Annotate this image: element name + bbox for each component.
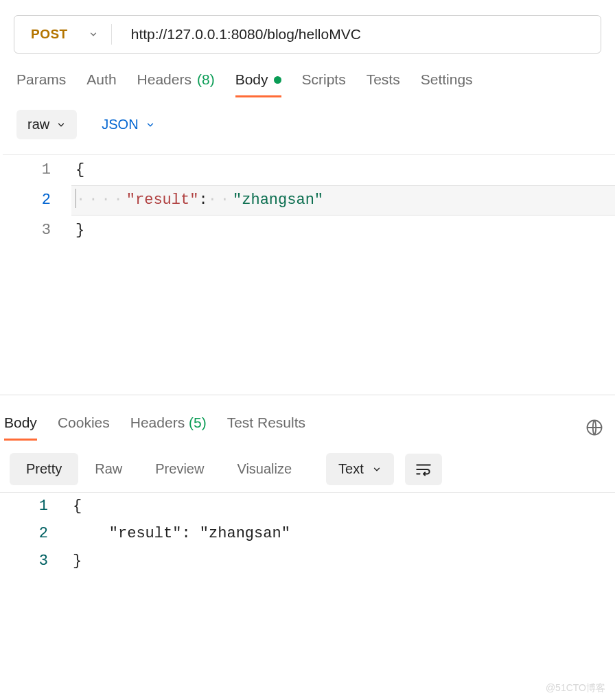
chevron-down-icon xyxy=(146,120,155,130)
request-body-editor[interactable]: 1 { 2 ····"result":··"zhangsan" 3 } xyxy=(3,154,615,395)
line-number: 3 xyxy=(3,215,71,246)
globe-icon[interactable] xyxy=(585,418,604,437)
body-type-select[interactable]: raw xyxy=(16,110,77,139)
code-content: ····"result":··"zhangsan" xyxy=(71,185,615,215)
resp-tab-body[interactable]: Body xyxy=(4,415,37,441)
resp-line: 2 "result": "zhangsan" xyxy=(0,520,615,548)
watermark: @51CTO博客 xyxy=(546,682,605,695)
tab-tests[interactable]: Tests xyxy=(367,71,400,97)
http-method-select[interactable]: POST xyxy=(14,16,112,53)
tab-settings[interactable]: Settings xyxy=(421,71,473,97)
resp-line: 3 } xyxy=(0,548,615,575)
code-content: } xyxy=(69,548,615,575)
line-number: 2 xyxy=(0,520,69,548)
code-content: { xyxy=(69,493,615,520)
request-tabs: Params Auth Headers (8) Body Scripts Tes… xyxy=(0,54,615,97)
resp-tab-cookies[interactable]: Cookies xyxy=(58,415,110,441)
wrap-lines-button[interactable] xyxy=(405,454,442,485)
line-number: 2 xyxy=(3,185,71,215)
tab-body[interactable]: Body xyxy=(235,71,281,97)
resp-headers-count: (5) xyxy=(189,415,207,430)
line-number: 3 xyxy=(0,548,69,575)
resp-tab-headers[interactable]: Headers (5) xyxy=(130,415,207,441)
request-bar: POST xyxy=(14,15,601,54)
http-method-label: POST xyxy=(31,27,68,42)
code-content: "result": "zhangsan" xyxy=(69,520,615,548)
editor-line: 1 { xyxy=(3,155,615,185)
body-format-label: JSON xyxy=(102,117,138,132)
response-format-select[interactable]: Text xyxy=(326,453,394,485)
resp-line: 1 { xyxy=(0,493,615,520)
view-mode-tabs: Pretty Raw Preview Visualize xyxy=(10,453,308,485)
response-view-controls: Pretty Raw Preview Visualize Text xyxy=(0,441,615,485)
resp-tab-test-results[interactable]: Test Results xyxy=(227,415,305,441)
view-tab-raw[interactable]: Raw xyxy=(78,453,139,485)
body-format-select[interactable]: JSON xyxy=(91,110,165,139)
response-format-label: Text xyxy=(338,461,364,477)
headers-count: (8) xyxy=(197,71,215,88)
view-tab-visualize[interactable]: Visualize xyxy=(220,453,308,485)
chevron-down-icon xyxy=(89,30,98,39)
response-panel: Body Cookies Headers (5) Test Results Pr… xyxy=(0,395,615,575)
response-body-viewer[interactable]: 1 { 2 "result": "zhangsan" 3 } xyxy=(0,492,615,575)
tab-scripts[interactable]: Scripts xyxy=(302,71,346,97)
chevron-down-icon xyxy=(372,465,382,474)
view-tab-preview[interactable]: Preview xyxy=(139,453,220,485)
line-number: 1 xyxy=(0,493,69,520)
editor-line: 2 ····"result":··"zhangsan" xyxy=(3,185,615,215)
editor-line: 3 } xyxy=(3,215,615,246)
response-tabs: Body Cookies Headers (5) Test Results xyxy=(0,399,615,441)
line-number: 1 xyxy=(3,155,71,185)
code-content: } xyxy=(71,215,615,246)
body-controls: raw JSON xyxy=(0,97,615,146)
tab-headers[interactable]: Headers (8) xyxy=(137,71,215,97)
view-tab-pretty[interactable]: Pretty xyxy=(10,453,78,485)
tab-auth[interactable]: Auth xyxy=(86,71,116,97)
tab-params[interactable]: Params xyxy=(16,71,66,97)
chevron-down-icon xyxy=(56,120,66,130)
body-modified-indicator xyxy=(274,76,281,84)
body-type-label: raw xyxy=(27,117,49,132)
url-input[interactable] xyxy=(112,16,601,53)
code-content: { xyxy=(71,155,615,185)
